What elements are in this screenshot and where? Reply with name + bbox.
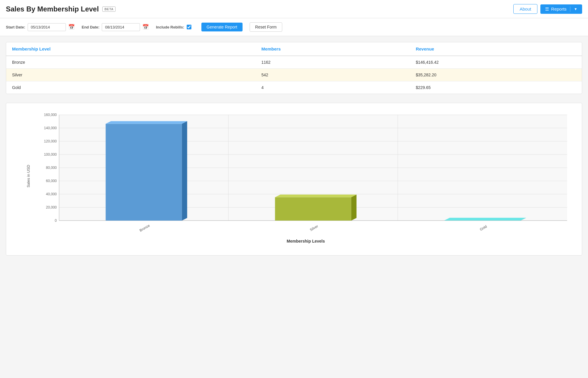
table-row: Gold4$229.65 [6, 81, 582, 94]
start-date-input[interactable] [28, 23, 66, 31]
main-content: Membership Level Members Revenue Bronze1… [0, 36, 588, 261]
beta-badge: BETA [102, 6, 116, 12]
chart-inner: 020,00040,00060,00080,000100,000120,0001… [36, 109, 576, 243]
svg-rect-27 [275, 197, 351, 221]
col-members: Members [255, 42, 410, 56]
header-left: Sales By Membership Level BETA [6, 5, 116, 13]
chart-area: 020,00040,00060,00080,000100,000120,0001… [36, 109, 576, 235]
svg-marker-28 [351, 195, 357, 221]
svg-text:40,000: 40,000 [46, 192, 57, 196]
membership-table: Membership Level Members Revenue Bronze1… [6, 42, 582, 94]
include-rebills-group: Include Rebills: [156, 25, 191, 29]
header: Sales By Membership Level BETA About ☰ R… [0, 0, 588, 18]
chart-wrapper: Sales in USD 020,00040,00060,00080,00010… [24, 109, 576, 243]
svg-marker-29 [275, 195, 356, 197]
start-date-label: Start Date: [6, 25, 25, 29]
svg-text:20,000: 20,000 [46, 205, 57, 209]
list-icon: ☰ [545, 6, 549, 12]
table-row: Bronze1162$146,416.42 [6, 56, 582, 69]
cell-members: 542 [255, 69, 410, 81]
cell-members: 1162 [255, 56, 410, 69]
svg-text:80,000: 80,000 [46, 166, 57, 170]
start-date-group: Start Date: 📅 [6, 23, 75, 31]
col-revenue: Revenue [410, 42, 582, 56]
table-body: Bronze1162$146,416.42Silver542$35,282.20… [6, 56, 582, 94]
svg-text:140,000: 140,000 [44, 126, 57, 130]
y-axis-label-container: Sales in USD [24, 109, 33, 243]
svg-text:Silver: Silver [309, 224, 319, 232]
cell-revenue: $229.65 [410, 81, 582, 94]
chevron-down-icon: ▼ [574, 7, 577, 11]
col-membership-level: Membership Level [6, 42, 255, 56]
page-title: Sales By Membership Level [6, 5, 99, 13]
header-right: About ☰ Reports ▼ [513, 4, 582, 14]
y-axis-label: Sales in USD [26, 165, 31, 187]
cell-members: 4 [255, 81, 410, 94]
svg-rect-31 [444, 220, 520, 221]
svg-text:60,000: 60,000 [46, 179, 57, 183]
svg-text:160,000: 160,000 [44, 113, 57, 117]
cell-level: Gold [6, 81, 255, 94]
reports-button[interactable]: ☰ Reports ▼ [540, 4, 582, 14]
svg-text:0: 0 [55, 219, 57, 223]
svg-text:100,000: 100,000 [44, 152, 57, 157]
svg-marker-33 [444, 218, 526, 220]
start-date-calendar-icon[interactable]: 📅 [68, 24, 75, 30]
cell-level: Bronze [6, 56, 255, 69]
about-button[interactable]: About [513, 4, 537, 14]
chart-svg: 020,00040,00060,00080,000100,000120,0001… [36, 109, 576, 235]
membership-table-container: Membership Level Members Revenue Bronze1… [6, 42, 582, 94]
filters-bar: Start Date: 📅 End Date: 📅 Include Rebill… [0, 18, 588, 36]
reset-form-button[interactable]: Reset Form [250, 22, 282, 32]
x-axis-label: Membership Levels [36, 239, 576, 243]
svg-text:Gold: Gold [479, 224, 488, 232]
end-date-group: End Date: 📅 [82, 23, 149, 31]
cell-revenue: $146,416.42 [410, 56, 582, 69]
include-rebills-checkbox[interactable] [187, 25, 191, 29]
table-row: Silver542$35,282.20 [6, 69, 582, 81]
end-date-input[interactable] [102, 23, 140, 31]
table-header-row: Membership Level Members Revenue [6, 42, 582, 56]
include-rebills-label: Include Rebills: [156, 25, 184, 29]
svg-marker-25 [106, 121, 187, 124]
chart-section: Sales in USD 020,00040,00060,00080,00010… [6, 103, 582, 256]
generate-report-button[interactable]: Generate Report [201, 23, 243, 31]
svg-marker-24 [182, 121, 187, 221]
svg-rect-23 [106, 124, 182, 221]
cell-revenue: $35,282.20 [410, 69, 582, 81]
reports-label: Reports [551, 6, 567, 11]
svg-text:120,000: 120,000 [44, 139, 57, 143]
end-date-calendar-icon[interactable]: 📅 [142, 24, 149, 30]
end-date-label: End Date: [82, 25, 100, 29]
svg-text:Bronze: Bronze [139, 223, 151, 232]
cell-level: Silver [6, 69, 255, 81]
divider [570, 6, 570, 12]
